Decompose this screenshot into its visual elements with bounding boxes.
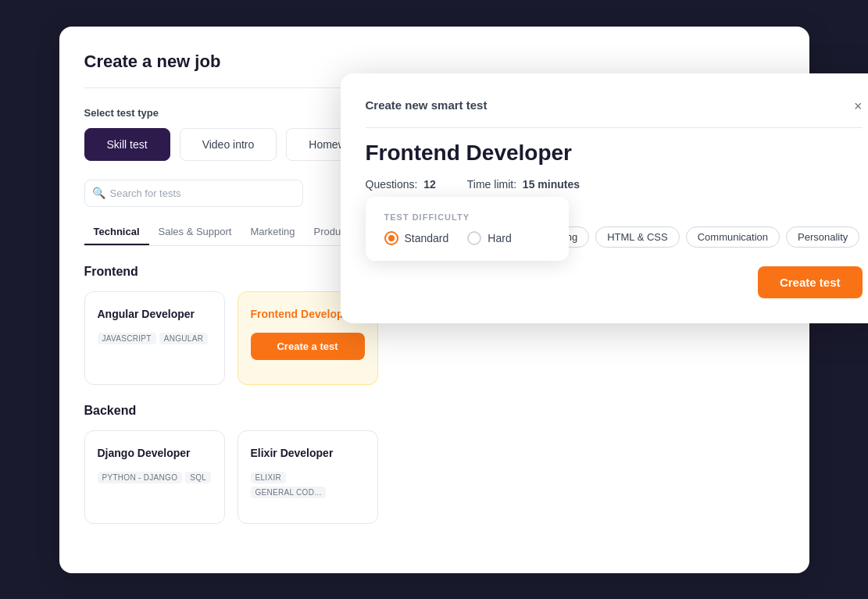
create-test-btn[interactable]: Create test	[758, 266, 863, 298]
modal-header: Create new smart test ×	[366, 98, 863, 128]
tag-elixir: ELIXIR	[251, 472, 286, 483]
angular-tags: JAVASCRIPT ANGULAR	[98, 333, 212, 344]
modal-overlay: Create new smart test × Frontend Develop…	[341, 73, 869, 323]
video-intro-btn[interactable]: Video intro	[180, 128, 277, 161]
close-btn[interactable]: ×	[854, 98, 863, 115]
skill-html-css: HTML & CSS	[595, 226, 680, 248]
tab-technical[interactable]: Technical	[84, 219, 149, 245]
tab-marketing[interactable]: Marketing	[241, 219, 304, 245]
modal-test-name: Frontend Developer	[366, 141, 863, 166]
difficulty-label: TEST DIFFICULTY	[384, 212, 550, 222]
tab-sales[interactable]: Sales & Support	[149, 219, 241, 245]
tag-sql: SQL	[185, 472, 211, 483]
backend-section-title: Backend	[84, 404, 784, 418]
main-card: Create a new job Select test type Skill …	[59, 27, 809, 573]
angular-card-title: Angular Developer	[98, 308, 212, 320]
search-container: 🔍	[84, 180, 303, 207]
skill-test-btn[interactable]: Skill test	[84, 128, 170, 161]
test-meta-row: Questions: 12 Time limit: 15 minutes	[366, 178, 863, 191]
elixir-card-title: Elixir Developer	[251, 447, 365, 459]
angular-card[interactable]: Angular Developer JAVASCRIPT ANGULAR	[84, 291, 225, 385]
difficulty-options: Standard Hard	[384, 231, 550, 245]
backend-cards-grid: Django Developer PYTHON - DJANGO SQL Eli…	[84, 430, 784, 524]
create-a-test-btn[interactable]: Create a test	[251, 333, 365, 360]
django-card[interactable]: Django Developer PYTHON - DJANGO SQL	[84, 430, 225, 524]
modal-footer: Create test	[366, 266, 863, 298]
django-tags: PYTHON - DJANGO SQL	[98, 472, 212, 483]
radio-dot-standard	[388, 235, 395, 241]
tag-javascript: JAVASCRIPT	[98, 333, 156, 344]
skill-communication: Communication	[686, 226, 780, 248]
time-limit-meta: Time limit: 15 minutes	[467, 178, 580, 191]
standard-label: Standard	[405, 232, 449, 244]
search-icon: 🔍	[92, 187, 105, 199]
radio-standard	[384, 231, 398, 245]
skill-personality: Personality	[786, 226, 859, 248]
tag-general-cod: GENERAL COD...	[251, 487, 327, 498]
search-input[interactable]	[84, 180, 303, 207]
hard-label: Hard	[488, 232, 511, 244]
difficulty-popup: TEST DIFFICULTY Standard Hard	[366, 197, 569, 261]
tag-python: PYTHON - DJANGO	[98, 472, 183, 483]
difficulty-standard[interactable]: Standard	[384, 231, 449, 245]
elixir-tags: ELIXIR GENERAL COD...	[251, 472, 365, 498]
django-card-title: Django Developer	[98, 447, 212, 459]
elixir-card[interactable]: Elixir Developer ELIXIR GENERAL COD...	[238, 430, 378, 524]
difficulty-hard[interactable]: Hard	[467, 231, 511, 245]
tag-angular: ANGULAR	[159, 333, 208, 344]
questions-meta: Questions: 12	[366, 178, 436, 191]
modal-title: Create new smart test	[366, 98, 488, 112]
radio-hard	[467, 231, 481, 245]
